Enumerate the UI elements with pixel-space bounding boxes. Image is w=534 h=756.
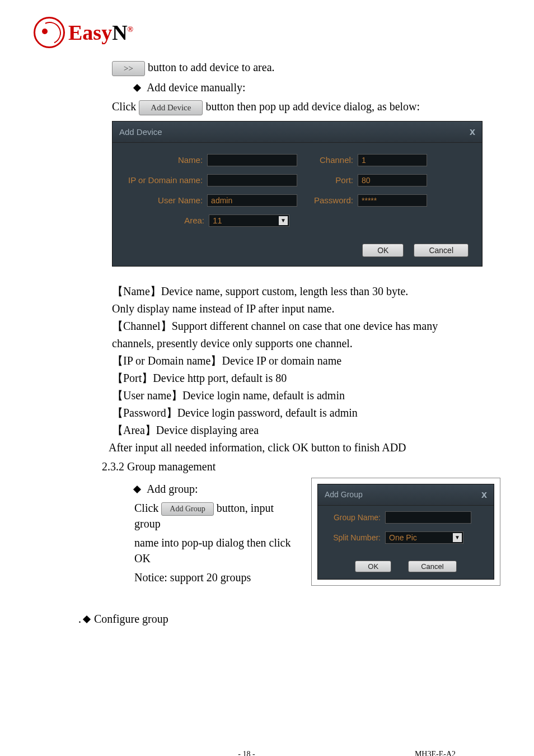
port-field[interactable]: 80: [358, 174, 427, 186]
close-icon[interactable]: x: [470, 126, 475, 138]
area-label: Area:: [126, 216, 204, 225]
ok-button[interactable]: OK: [362, 244, 404, 257]
add-device-dialog: Add Device x Name: Channel: 1 IP or: [112, 121, 483, 267]
diamond-icon: [133, 486, 141, 493]
logo-text: EasyN®: [68, 20, 133, 45]
bullet-add-manual: Add device manually:: [134, 80, 500, 95]
logo-icon: [34, 17, 65, 48]
cancel-button[interactable]: Cancel: [408, 561, 456, 572]
add-device-button[interactable]: Add Device: [139, 100, 203, 115]
chevron-down-icon: ▼: [453, 533, 462, 542]
dialog2-titlebar: Add Group x: [318, 484, 494, 506]
channel-label: Channel:: [297, 155, 353, 165]
name-field[interactable]: [207, 154, 297, 166]
port-label: Port:: [297, 175, 353, 185]
def-name-2: Only display name instead of IP after in…: [112, 301, 500, 316]
page-number: - 18 -: [238, 750, 255, 756]
add-group-dialog: Add Group x Group Name: Split Number: On…: [317, 484, 494, 580]
group-section-title: 2.3.2 Group management: [102, 459, 500, 474]
def-user: 【User name】Device login name, default is…: [112, 388, 500, 403]
def-pwd: 【Password】Device login password, default…: [112, 405, 500, 421]
def-name-1: 【Name】Device name, support custom, lengt…: [112, 283, 500, 299]
group-name-field[interactable]: [385, 511, 471, 524]
channel-field[interactable]: 1: [358, 154, 427, 166]
def-after: After input all needed information, clic…: [109, 440, 500, 455]
def-port: 【Port】Device http port, default is 80: [112, 370, 500, 386]
dialog2-title-text: Add Group: [325, 490, 363, 499]
move-button[interactable]: >>: [112, 61, 145, 76]
split-select[interactable]: One Pic ▼: [385, 531, 463, 544]
user-field[interactable]: admin: [207, 194, 297, 207]
def-ip: 【IP or Domain name】Device IP or domain n…: [112, 353, 500, 368]
pwd-label: Password:: [297, 195, 353, 205]
def-area: 【Area】Device displaying area: [112, 422, 500, 438]
doc-id: MH3E-E-A2: [415, 750, 456, 756]
configure-group: . Configure group: [78, 611, 500, 627]
logo: EasyN®: [34, 17, 500, 48]
chevron-down-icon: ▼: [279, 216, 288, 225]
ip-label: IP or Domain name:: [126, 175, 203, 185]
bullet-add-group: Add group:: [134, 481, 300, 497]
ip-field[interactable]: [207, 174, 297, 186]
group-line-2: name into pop-up dialog then click OK: [134, 535, 300, 566]
ok-button[interactable]: OK: [355, 561, 391, 572]
pwd-field[interactable]: *****: [358, 194, 427, 207]
line-click-add-device: Click Add Device button then pop up add …: [112, 99, 500, 115]
def-channel-2: channels, presently device only supports…: [112, 335, 500, 351]
user-label: User Name:: [126, 195, 203, 205]
definitions: 【Name】Device name, support custom, lengt…: [112, 283, 500, 455]
group-name-label: Group Name:: [327, 513, 381, 522]
group-notice: Notice: support 20 groups: [134, 570, 300, 585]
close-icon[interactable]: x: [481, 489, 487, 501]
add-group-button[interactable]: Add Group: [161, 502, 213, 516]
dialog-titlebar: Add Device x: [113, 122, 482, 143]
cancel-button[interactable]: Cancel: [414, 244, 469, 257]
diamond-icon: [83, 615, 91, 623]
dialog-title-text: Add Device: [119, 127, 162, 137]
split-label: Split Number:: [327, 533, 381, 542]
area-select[interactable]: 11 ▼: [209, 214, 289, 227]
footer: - 18 - MH3E-E-A2: [78, 750, 456, 756]
def-channel-1: 【Channel】Support different channel on ca…: [112, 318, 500, 334]
group-click-line: Click Add Group button, input group: [134, 500, 300, 531]
line-move-button: >> button to add device to area.: [112, 59, 500, 76]
diamond-icon: [133, 84, 141, 92]
name-label: Name:: [126, 155, 203, 165]
